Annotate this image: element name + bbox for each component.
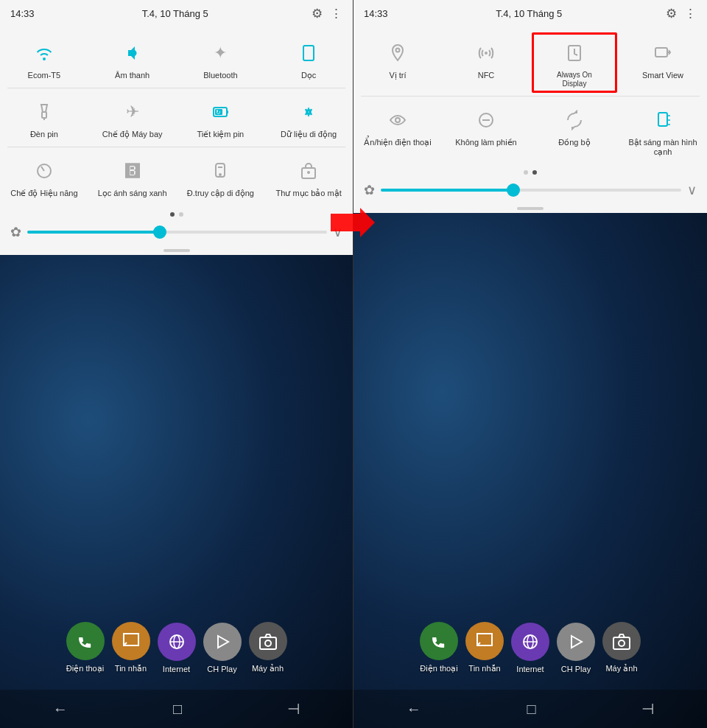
qs-mobile-data[interactable]: Dữ liệu di động (264, 90, 353, 145)
svg-point-10 (219, 173, 222, 176)
mobile-data-icon (294, 97, 323, 127)
left-app-chplay[interactable]: CH Play (203, 623, 242, 673)
svg-rect-0 (303, 46, 314, 60)
right-brightness-chevron[interactable]: ∨ (687, 182, 697, 198)
qs-dnd-label: Không làm phiền (455, 138, 516, 147)
left-brightness-slider[interactable] (27, 231, 327, 234)
qs-rotation-label: Dọc (301, 71, 316, 80)
right-app-camera[interactable]: Máy ảnh (602, 622, 641, 673)
qs-blue-light[interactable]: 🅱 Lọc ánh sáng xanh (88, 149, 177, 204)
right-time: 14:33 (364, 8, 388, 19)
left-panel: 14:33 T.4, 10 Tháng 5 ⚙ ⋮ Ecom-T5 Âm tha… (0, 0, 354, 728)
right-gear-icon[interactable]: ⚙ (666, 6, 677, 21)
qs-bluetooth[interactable]: ✦ Bluetooth (177, 31, 265, 86)
svg-point-33 (619, 640, 625, 646)
left-app-camera[interactable]: Máy ảnh (249, 622, 287, 673)
svg-marker-18 (218, 636, 228, 648)
left-chplay-icon (203, 623, 242, 661)
qs-airplane[interactable]: ✈ Chế độ Máy bay (88, 90, 177, 145)
left-home-btn[interactable]: □ (173, 701, 182, 718)
left-camera-icon (249, 622, 287, 660)
qs-sync[interactable]: Đồng bộ (530, 98, 619, 163)
brightness-icon: ✿ (10, 224, 21, 240)
left-camera-label: Máy ảnh (252, 664, 284, 673)
right-app-internet[interactable]: Internet (511, 623, 549, 673)
qs-hide-show-label: Ẩn/hiện điện thoại (364, 138, 431, 147)
qs-divider-1 (7, 88, 345, 88)
qs-sound[interactable]: Âm thanh (88, 31, 177, 86)
left-status-icons: ⚙ ⋮ (312, 6, 342, 21)
right-camera-icon (602, 622, 641, 660)
left-app-phone[interactable]: Điện thoại (66, 622, 105, 673)
right-chplay-label: CH Play (561, 665, 591, 673)
right-dot-1 (524, 170, 528, 175)
qs-flashlight[interactable]: Đèn pin (0, 90, 88, 145)
right-brightness-slider[interactable] (381, 189, 681, 192)
arrow-container (327, 206, 375, 242)
remote-icon (205, 156, 235, 186)
qs-nfc[interactable]: NFC (442, 31, 530, 94)
qs-performance-label: Chế độ Hiệu năng (10, 189, 77, 198)
left-app-internet[interactable]: Internet (158, 623, 196, 673)
sound-icon (118, 38, 147, 68)
qs-airplane-label: Chế độ Máy bay (102, 130, 163, 139)
right-app-chplay[interactable]: CH Play (557, 623, 595, 673)
qs-hide-show[interactable]: Ẩn/hiện điện thoại (354, 98, 442, 163)
qs-wifi[interactable]: Ecom-T5 (0, 31, 88, 86)
right-qs-grid-2: Ẩn/hiện điện thoại Không làm phiền Đồng … (354, 98, 707, 163)
left-app-messages[interactable]: Tin nhắn (112, 622, 150, 673)
right-date: T.4, 10 Tháng 5 (496, 8, 562, 19)
qs-location[interactable]: Vị trí (354, 31, 442, 94)
left-messages-icon (112, 622, 150, 660)
dnd-icon (471, 105, 501, 135)
flashlight-icon (29, 97, 59, 127)
right-messages-label: Tin nhắn (468, 664, 500, 673)
right-brightness-row: ✿ ∨ (354, 178, 707, 203)
qs-smart-view[interactable]: Smart View (619, 31, 707, 94)
left-handle-bar (0, 245, 353, 255)
right-more-icon[interactable]: ⋮ (684, 6, 697, 21)
left-qs-grid-2: Đèn pin ✈ Chế độ Máy bay ↻ Tiết kiệm pin… (0, 90, 353, 145)
qs-rotation[interactable]: Dọc (264, 31, 353, 86)
qs-divider-2 (7, 147, 345, 147)
right-brightness-icon: ✿ (364, 182, 375, 198)
qs-performance[interactable]: Chế độ Hiệu năng (0, 149, 88, 204)
qs-secure-folder[interactable]: Thư mục bảo mật (264, 149, 353, 204)
left-date: T.4, 10 Tháng 5 (142, 8, 208, 19)
left-phone-label: Điện thoại (66, 664, 104, 673)
qs-battery-saver[interactable]: ↻ Tiết kiệm pin (177, 90, 265, 145)
right-app-messages[interactable]: Tin nhắn (465, 622, 504, 673)
left-status-bar: 14:33 T.4, 10 Tháng 5 ⚙ ⋮ (0, 0, 353, 27)
right-camera-label: Máy ảnh (605, 664, 637, 673)
svg-point-21 (485, 52, 488, 55)
right-recent-btn[interactable]: ⊣ (641, 700, 654, 718)
right-back-btn[interactable]: ← (407, 701, 421, 718)
left-dot-1 (170, 212, 175, 217)
left-brightness-row: ✿ ∨ (0, 220, 353, 245)
nfc-icon (471, 38, 501, 68)
qs-remote[interactable]: Đ.truy cập di động (177, 149, 265, 204)
left-back-btn[interactable]: ← (53, 701, 68, 718)
svg-rect-32 (613, 637, 630, 649)
right-wallpaper: ⌂ Điện thoại Tin nhắn (354, 213, 707, 728)
right-home-btn[interactable]: □ (527, 701, 535, 718)
qs-screen-light[interactable]: Bật sáng màn hình cạnh (619, 98, 707, 163)
qs-always-on-label: Always OnDisplay (557, 71, 592, 88)
right-status-bar: 14:33 T.4, 10 Tháng 5 ⚙ ⋮ (354, 0, 707, 27)
right-brightness-thumb[interactable] (507, 183, 520, 197)
right-app-phone[interactable]: Điện thoại (420, 622, 458, 673)
left-recent-btn[interactable]: ⊣ (287, 700, 300, 718)
qs-remote-label: Đ.truy cập di động (187, 189, 254, 198)
svg-point-13 (307, 171, 310, 174)
more-icon[interactable]: ⋮ (330, 6, 342, 21)
left-brightness-thumb[interactable] (153, 225, 166, 239)
svg-rect-5 (227, 111, 228, 113)
left-phone-icon (66, 622, 105, 660)
gear-icon[interactable]: ⚙ (312, 6, 323, 21)
qs-screen-light-label: Bật sáng màn hình cạnh (622, 138, 704, 157)
svg-point-24 (395, 118, 400, 122)
qs-always-on[interactable]: Always OnDisplay (530, 31, 619, 94)
qs-nfc-label: NFC (478, 71, 495, 80)
svg-text:↻: ↻ (216, 109, 221, 116)
qs-dnd[interactable]: Không làm phiền (442, 98, 530, 163)
